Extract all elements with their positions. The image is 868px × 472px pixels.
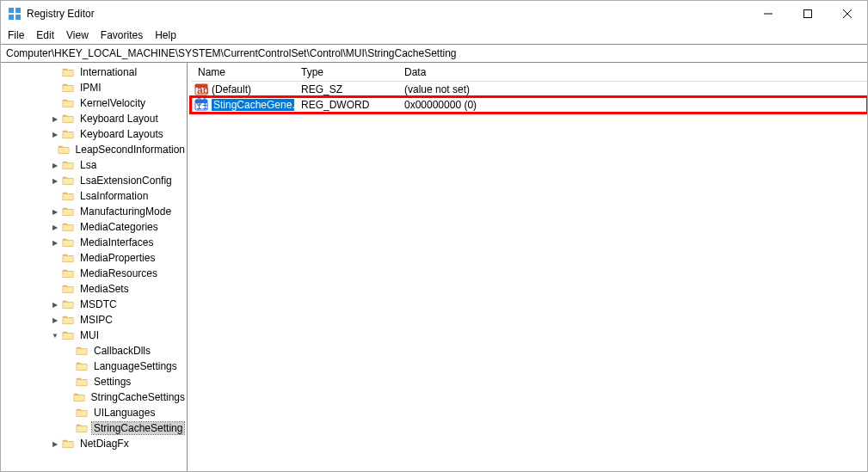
column-header-name[interactable]: Name bbox=[191, 66, 294, 78]
tree-item-label: International bbox=[78, 66, 139, 78]
tree-item[interactable]: IPMI bbox=[1, 80, 187, 95]
tree-item-label: NetDiagFx bbox=[78, 438, 131, 450]
tree-item[interactable]: ▶Lsa bbox=[1, 157, 187, 173]
list-row[interactable]: (Default)REG_SZ(value not set) bbox=[191, 82, 867, 97]
value-name: (Default) bbox=[212, 83, 251, 95]
tree-item[interactable]: MediaSets bbox=[1, 281, 187, 297]
tree-item[interactable]: ▶MSDTC bbox=[1, 297, 187, 312]
folder-icon bbox=[61, 438, 75, 450]
folder-icon bbox=[75, 407, 89, 419]
menu-view[interactable]: View bbox=[66, 29, 89, 41]
column-header-data[interactable]: Data bbox=[397, 66, 867, 78]
tree-item[interactable]: ▼MUI bbox=[1, 328, 187, 343]
tree-item-label: MSDTC bbox=[78, 298, 119, 310]
tree-item[interactable]: KernelVelocity bbox=[1, 95, 187, 111]
tree-item[interactable]: Settings bbox=[1, 374, 187, 389]
tree-pane[interactable]: InternationalIPMIKernelVelocity▶Keyboard… bbox=[1, 63, 188, 471]
svg-rect-1 bbox=[15, 8, 21, 13]
tree-item-label: MediaInterfaces bbox=[78, 236, 155, 248]
tree-item-label: KernelVelocity bbox=[78, 97, 147, 109]
tree-item[interactable]: MediaResources bbox=[1, 266, 187, 281]
tree-item[interactable]: LsaInformation bbox=[1, 188, 187, 204]
tree-item[interactable]: LeapSecondInformation bbox=[1, 142, 187, 157]
menubar: File Edit View Favorites Help bbox=[1, 27, 867, 44]
tree-item[interactable]: ▶MediaInterfaces bbox=[1, 235, 187, 250]
tree-item-label: MUI bbox=[78, 329, 101, 341]
value-name: StingCacheGene... bbox=[212, 99, 294, 111]
tree-item-label: LanguageSettings bbox=[92, 360, 179, 372]
tree-item[interactable]: StringCacheSetting bbox=[1, 420, 187, 436]
expand-icon[interactable]: ▶ bbox=[49, 177, 61, 185]
menu-file[interactable]: File bbox=[8, 29, 24, 41]
expand-icon[interactable]: ▶ bbox=[49, 162, 61, 169]
tree-item[interactable]: MediaProperties bbox=[1, 250, 187, 266]
tree-item[interactable]: ▶NetDiagFx bbox=[1, 436, 187, 451]
close-button[interactable] bbox=[828, 1, 867, 27]
tree-item[interactable]: ▶Keyboard Layout bbox=[1, 111, 187, 126]
folder-icon bbox=[61, 159, 75, 171]
tree-item[interactable]: StringCacheSettings bbox=[1, 389, 187, 405]
tree-item[interactable]: UILanguages bbox=[1, 405, 187, 420]
address-bar[interactable]: Computer\HKEY_LOCAL_MACHINE\SYSTEM\Curre… bbox=[1, 44, 867, 63]
tree-item[interactable]: ▶LsaExtensionConfig bbox=[1, 173, 187, 188]
folder-icon bbox=[61, 252, 75, 264]
window-controls bbox=[748, 1, 867, 27]
expand-icon[interactable]: ▶ bbox=[49, 316, 61, 324]
tree-item[interactable]: CallbackDlls bbox=[1, 343, 187, 359]
minimize-button[interactable] bbox=[748, 1, 788, 27]
column-header-type[interactable]: Type bbox=[294, 66, 397, 78]
folder-icon bbox=[75, 376, 89, 388]
expand-icon[interactable]: ▶ bbox=[49, 131, 61, 138]
tree-item-label: UILanguages bbox=[92, 407, 157, 419]
folder-icon bbox=[61, 175, 75, 187]
expand-icon[interactable]: ▶ bbox=[49, 239, 61, 247]
tree-item[interactable]: ▶Keyboard Layouts bbox=[1, 126, 187, 142]
list-body[interactable]: (Default)REG_SZ(value not set)StingCache… bbox=[191, 82, 867, 113]
svg-rect-3 bbox=[15, 15, 21, 20]
tree-item-label: Settings bbox=[92, 376, 132, 388]
tree-item-label: Keyboard Layout bbox=[78, 113, 160, 125]
value-type: REG_SZ bbox=[294, 83, 397, 95]
maximize-button[interactable] bbox=[788, 1, 828, 27]
folder-icon bbox=[72, 391, 86, 403]
menu-favorites[interactable]: Favorites bbox=[101, 29, 143, 41]
tree-item-label: MSIPC bbox=[78, 314, 114, 326]
folder-icon bbox=[61, 97, 75, 109]
tree-item[interactable]: ▶MediaCategories bbox=[1, 219, 187, 235]
tree-item-label: LsaExtensionConfig bbox=[78, 175, 174, 187]
value-data: (value not set) bbox=[397, 83, 867, 95]
tree-item[interactable]: International bbox=[1, 64, 187, 80]
main-split: InternationalIPMIKernelVelocity▶Keyboard… bbox=[1, 63, 867, 471]
folder-icon bbox=[75, 345, 89, 357]
folder-icon bbox=[61, 113, 75, 125]
expand-icon[interactable]: ▶ bbox=[49, 224, 61, 231]
svg-rect-2 bbox=[9, 15, 14, 20]
tree-item-label: LsaInformation bbox=[78, 190, 150, 202]
tree-item[interactable]: LanguageSettings bbox=[1, 359, 187, 374]
list-header: Name Type Data bbox=[191, 63, 867, 82]
tree-item-label: Keyboard Layouts bbox=[78, 128, 165, 140]
folder-icon bbox=[61, 329, 75, 341]
tree-item-label: LeapSecondInformation bbox=[74, 144, 187, 156]
expand-icon[interactable]: ▶ bbox=[49, 115, 61, 123]
list-pane: Name Type Data (Default)REG_SZ(value not… bbox=[191, 63, 867, 471]
svg-rect-5 bbox=[804, 10, 812, 18]
folder-icon bbox=[61, 128, 75, 140]
menu-help[interactable]: Help bbox=[155, 29, 176, 41]
folder-icon bbox=[61, 267, 75, 279]
list-row[interactable]: StingCacheGene...REG_DWORD0x00000000 (0) bbox=[191, 97, 867, 113]
address-text: Computer\HKEY_LOCAL_MACHINE\SYSTEM\Curre… bbox=[6, 47, 457, 59]
tree-item[interactable]: ▶MSIPC bbox=[1, 312, 187, 328]
expand-icon[interactable]: ▶ bbox=[49, 208, 61, 216]
tree-item[interactable]: ▶ManufacturingMode bbox=[1, 204, 187, 219]
folder-icon bbox=[61, 283, 75, 295]
expand-icon[interactable]: ▶ bbox=[49, 440, 61, 448]
menu-edit[interactable]: Edit bbox=[36, 29, 54, 41]
tree-item-label: CallbackDlls bbox=[92, 345, 152, 357]
tree-item-label: MediaResources bbox=[78, 267, 159, 279]
expand-icon[interactable]: ▶ bbox=[49, 301, 61, 309]
tree-item-label: StringCacheSettings bbox=[89, 391, 187, 403]
folder-icon bbox=[61, 236, 75, 248]
app-icon bbox=[8, 7, 22, 21]
collapse-icon[interactable]: ▼ bbox=[49, 332, 61, 340]
